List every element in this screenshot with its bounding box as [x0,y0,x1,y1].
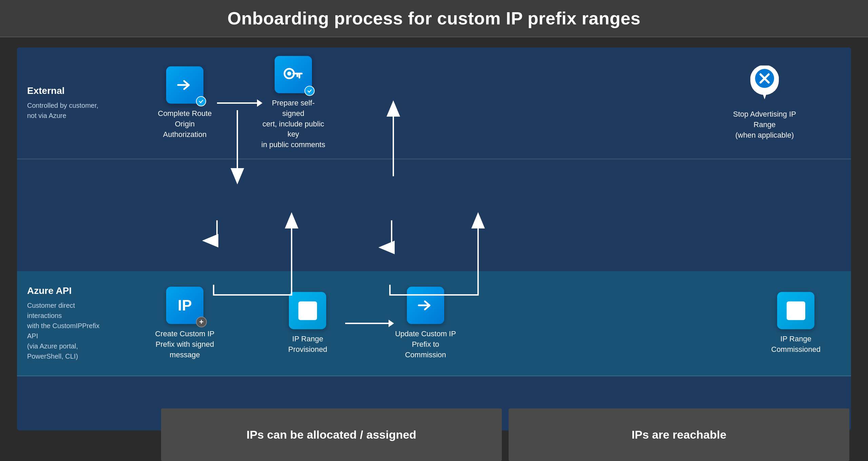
status-box-allocate: IPs can be allocated / assigned [161,408,502,461]
provisioned-label: IP RangeProvisioned [288,334,327,355]
row-azure: Azure API Customer direct interactionswi… [17,271,851,376]
h-arrow-1 [217,102,258,104]
step-route-origin: Complete RouteOrigin Authorization [153,66,217,140]
status-spacer [17,408,159,461]
external-desc: Controlled by customer,not via Azure [27,100,102,121]
svg-point-2 [287,72,291,76]
connector-create-validates [210,220,217,241]
azure-content: IP + Create Custom IPPrefix with signed … [112,271,851,376]
azure-label: Azure API Customer direct interactionswi… [17,271,112,376]
commissioned-icon [777,292,814,329]
outer-container: Onboarding process for custom IP prefix … [0,0,868,461]
connector-update-advertises [387,220,392,247]
check-badge-route [196,96,206,106]
reachable-text: IPs are reachable [632,428,727,441]
square-icon-provisioned [298,301,317,320]
update-prefix-label: Update Custom IPPrefix to Commission [393,329,458,360]
update-arrow-svg [415,295,436,316]
route-origin-icon [166,66,203,104]
row-external: External Controlled by customer,not via … [17,47,851,159]
step-self-signed: Prepare self-signedcert, include public … [261,56,326,150]
h-arrow-azure [345,323,389,324]
title-bar: Onboarding process for custom IP prefix … [0,0,868,37]
key-svg [283,66,303,83]
external-content: Complete RouteOrigin Authorization [112,47,851,159]
step-update-prefix: Update Custom IPPrefix to Commission [393,287,458,360]
azure-title: Azure API [27,285,102,296]
external-label: External Controlled by customer,not via … [17,47,112,159]
status-bar: IPs can be allocated / assigned IPs are … [17,408,851,461]
plus-badge: + [196,317,207,327]
azure-desc: Customer direct interactionswith the Cus… [27,300,102,361]
update-prefix-icon [407,287,444,324]
v-arrow-up-stop [778,47,780,159]
square-icon-commissioned [787,301,805,320]
step-create-prefix: IP + Create Custom IPPrefix with signed … [153,287,217,360]
key-icon [275,56,312,93]
page-title: Onboarding process for custom IP prefix … [228,8,640,28]
ip-plus-icon: IP + [166,287,203,324]
external-title: External [27,85,102,96]
main-diagram: External Controlled by customer,not via … [17,47,851,430]
status-divider [504,408,507,461]
step-ip-commissioned: IP RangeCommissioned [771,292,821,355]
stop-advertising-label: Stop Advertising IP Range(when applicabl… [732,109,797,140]
provisioned-icon [289,292,326,329]
self-signed-label: Prepare self-signedcert, include public … [261,98,326,150]
create-prefix-label: Create Custom IPPrefix with signed messa… [153,329,217,360]
allocate-text: IPs can be allocated / assigned [246,428,416,441]
arrow-right-svg [175,75,195,95]
step-ip-provisioned: IP RangeProvisioned [288,292,327,355]
commissioned-label: IP RangeCommissioned [771,334,821,355]
step-stop-advertising: Stop Advertising IP Range(when applicabl… [732,65,797,140]
status-box-reachable: IPs are reachable [509,408,849,461]
check-badge-key [304,86,315,96]
svg-marker-7 [763,93,767,99]
route-origin-label: Complete RouteOrigin Authorization [153,108,217,140]
stop-advertising-pin [748,65,782,104]
